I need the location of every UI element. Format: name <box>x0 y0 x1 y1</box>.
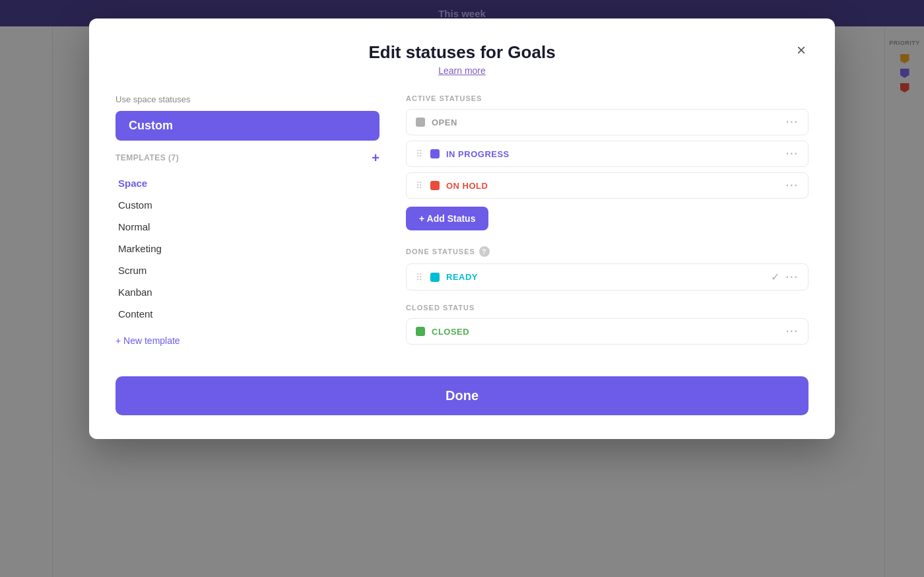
status-more-closed[interactable]: ··· <box>786 325 799 337</box>
active-statuses-label: ACTIVE STATUSES <box>406 94 808 102</box>
drag-handle-ready[interactable]: ⠿ <box>416 272 422 283</box>
right-panel: ACTIVE STATUSES OPEN ··· ⠿ IN PROGRESS ·… <box>406 94 808 358</box>
status-more-open[interactable]: ··· <box>786 116 799 128</box>
done-statuses-section: DONE STATUSES ? ⠿ READY ✓ ··· <box>406 246 808 290</box>
status-name-in-progress: IN PROGRESS <box>446 149 779 159</box>
templates-add-button[interactable]: + <box>372 151 380 164</box>
done-help-icon[interactable]: ? <box>479 246 490 257</box>
use-space-label: Use space statuses <box>116 94 380 104</box>
status-row-ready: ⠿ READY ✓ ··· <box>406 263 808 290</box>
drag-handle-on-hold[interactable]: ⠿ <box>416 180 422 191</box>
status-dot-on-hold <box>430 181 440 190</box>
status-dot-closed <box>416 327 425 336</box>
template-item-kanban[interactable]: Kanban <box>116 281 380 303</box>
template-item-custom[interactable]: Custom <box>116 194 380 216</box>
status-dot-in-progress <box>430 149 440 158</box>
done-button[interactable]: Done <box>116 376 808 415</box>
custom-selected-button[interactable]: Custom <box>116 111 380 141</box>
modal-header: Edit statuses for Goals Learn more × <box>116 42 808 76</box>
modal-title: Edit statuses for Goals <box>116 42 808 63</box>
edit-statuses-modal: Edit statuses for Goals Learn more × Use… <box>89 18 835 439</box>
template-item-space[interactable]: Space <box>116 172 380 194</box>
left-panel: Use space statuses Custom TEMPLATES (7) … <box>116 94 380 358</box>
status-row-open: OPEN ··· <box>406 109 808 135</box>
new-template-link[interactable]: + New template <box>116 335 180 346</box>
status-name-closed: CLOSED <box>432 327 779 337</box>
status-more-ready[interactable]: ··· <box>786 271 799 283</box>
status-row-closed: CLOSED ··· <box>406 318 808 345</box>
closed-status-section: CLOSED STATUS CLOSED ··· <box>406 304 808 345</box>
template-item-scrum[interactable]: Scrum <box>116 259 380 281</box>
status-dot-ready <box>430 273 440 282</box>
modal-body: Use space statuses Custom TEMPLATES (7) … <box>116 94 808 358</box>
status-dot-open <box>416 118 425 127</box>
drag-handle-in-progress[interactable]: ⠿ <box>416 149 422 159</box>
template-item-content[interactable]: Content <box>116 303 380 325</box>
status-row-in-progress: ⠿ IN PROGRESS ··· <box>406 141 808 167</box>
status-name-ready: READY <box>446 272 764 282</box>
closed-status-label: CLOSED STATUS <box>406 304 808 312</box>
status-row-on-hold: ⠿ ON HOLD ··· <box>406 172 808 199</box>
status-name-open: OPEN <box>432 118 779 127</box>
add-status-button[interactable]: + Add Status <box>406 207 488 230</box>
template-list: Space Custom Normal Marketing Scrum Kanb… <box>116 172 380 325</box>
learn-more-link[interactable]: Learn more <box>116 65 808 76</box>
templates-label: TEMPLATES (7) <box>116 153 179 162</box>
status-check-ready: ✓ <box>771 271 779 283</box>
done-statuses-label: DONE STATUSES ? <box>406 246 808 257</box>
template-item-normal[interactable]: Normal <box>116 216 380 238</box>
status-more-on-hold[interactable]: ··· <box>786 180 799 191</box>
templates-header: TEMPLATES (7) + <box>116 151 380 164</box>
modal-close-button[interactable]: × <box>794 40 808 61</box>
status-name-on-hold: ON HOLD <box>446 181 779 191</box>
template-item-marketing[interactable]: Marketing <box>116 238 380 259</box>
status-more-in-progress[interactable]: ··· <box>786 148 799 160</box>
